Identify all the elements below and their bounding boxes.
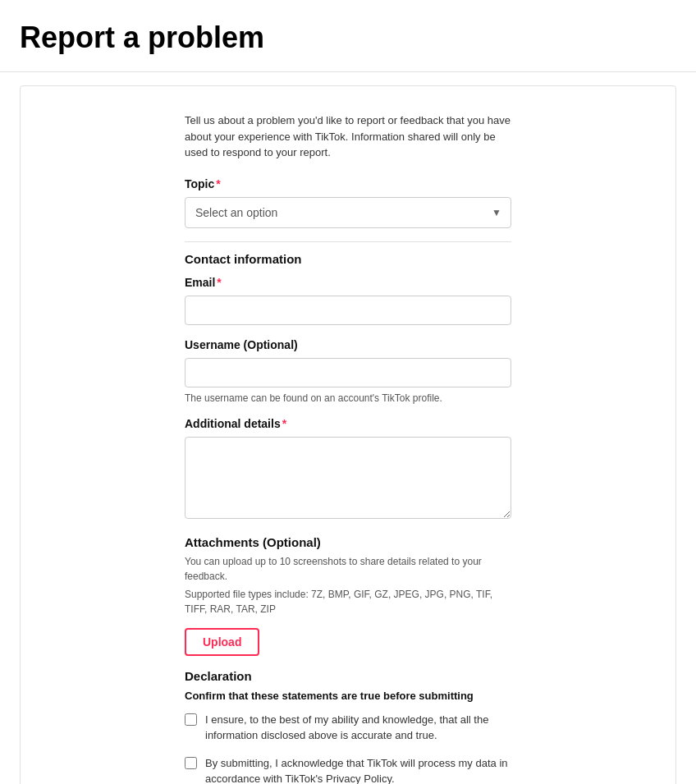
email-label: Email* <box>185 276 511 289</box>
topic-required-star: * <box>216 177 220 190</box>
contact-section: Contact information Email* Username (Opt… <box>185 252 511 404</box>
attachments-desc1: You can upload up to 10 screenshots to s… <box>185 554 511 584</box>
checkbox-privacy-label: By submitting, I acknowledge that TikTok… <box>205 755 511 784</box>
additional-details-field: Additional details* <box>185 417 511 522</box>
checkbox-row-2: By submitting, I acknowledge that TikTok… <box>185 755 511 784</box>
username-field: Username (Optional) The username can be … <box>185 338 511 404</box>
email-input[interactable] <box>185 296 511 325</box>
username-label: Username (Optional) <box>185 338 511 351</box>
email-field: Email* <box>185 276 511 325</box>
checkbox-privacy[interactable] <box>185 757 197 769</box>
declaration-section: Declaration Confirm that these statement… <box>185 669 511 784</box>
checkbox-accuracy-label: I ensure, to the best of my ability and … <box>205 712 511 744</box>
username-hint: The username can be found on an account'… <box>185 392 511 404</box>
upload-button[interactable]: Upload <box>185 628 259 656</box>
checkbox-row-1: I ensure, to the best of my ability and … <box>185 712 511 744</box>
additional-details-label: Additional details* <box>185 417 511 430</box>
select-wrapper: Select an option ▼ <box>185 197 511 228</box>
intro-text: Tell us about a problem you'd like to re… <box>185 112 511 161</box>
declaration-subtitle: Confirm that these statements are true b… <box>185 690 511 702</box>
topic-label: Topic* <box>185 177 511 190</box>
topic-select[interactable]: Select an option <box>185 197 511 228</box>
contact-section-title: Contact information <box>185 252 511 266</box>
additional-details-input[interactable] <box>185 437 511 519</box>
email-required-star: * <box>217 276 221 289</box>
topic-field: Topic* Select an option ▼ <box>185 177 511 228</box>
additional-details-required-star: * <box>282 417 286 430</box>
attachments-section: Attachments (Optional) You can upload up… <box>185 535 511 656</box>
attachments-title: Attachments (Optional) <box>185 535 511 549</box>
declaration-title: Declaration <box>185 669 511 683</box>
attachments-desc2: Supported file types include: 7Z, BMP, G… <box>185 587 511 617</box>
contact-section-divider <box>185 241 511 242</box>
checkbox-accuracy[interactable] <box>185 713 197 726</box>
form-container: Tell us about a problem you'd like to re… <box>20 85 676 784</box>
page-title: Report a problem <box>20 20 676 55</box>
page-header: Report a problem <box>0 0 696 72</box>
username-input[interactable] <box>185 358 511 387</box>
